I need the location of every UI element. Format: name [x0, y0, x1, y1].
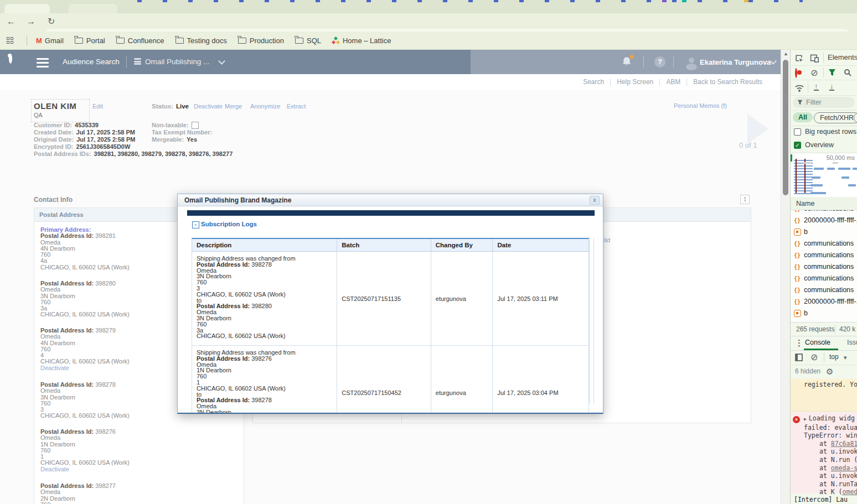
console-error-message[interactable]: Loading widg failed: evaluat TypeError: …: [791, 412, 857, 493]
subnav-back-to-results[interactable]: Back to Search Results: [693, 78, 762, 86]
stack-link[interactable]: omeda: [843, 488, 857, 496]
network-conditions-icon[interactable]: [795, 84, 804, 92]
overview-checkbox[interactable]: [794, 142, 801, 149]
import-har-icon[interactable]: ↑: [814, 83, 819, 91]
drawer-menu-icon[interactable]: [795, 338, 803, 348]
subnav-abm[interactable]: ABM: [666, 78, 680, 86]
stack-frame: at N.run (: [791, 456, 857, 464]
request-row[interactable]: communications: [791, 210, 857, 215]
big-request-rows-label: Big request rows: [805, 128, 856, 136]
waterfall-bar: [810, 192, 826, 194]
clear-console-icon[interactable]: [810, 352, 818, 362]
bookmark-production[interactable]: Production: [238, 37, 284, 45]
page-scrollbar[interactable]: [781, 50, 791, 504]
json-icon: [794, 287, 801, 294]
reload-button[interactable]: ↻: [48, 17, 55, 26]
request-row[interactable]: communications: [791, 250, 857, 261]
request-row[interactable]: communications: [791, 284, 857, 296]
request-row[interactable]: b: [791, 226, 857, 238]
table-scroll-gutter[interactable]: [589, 238, 594, 404]
database-icon: [134, 58, 141, 66]
customer-subtitle: QA: [34, 112, 43, 118]
expand-icon[interactable]: [804, 414, 809, 422]
personal-memos-link[interactable]: Personal Memos (f): [674, 102, 727, 109]
error-icon: [793, 416, 800, 423]
stack-link[interactable]: 87c6a810: [831, 440, 857, 448]
modal-title-bar[interactable]: Omail Publishing Brand Magazine x: [178, 194, 603, 206]
deactivate-link[interactable]: Deactivate: [194, 103, 223, 110]
stack-link[interactable]: omeda-sh: [831, 464, 857, 472]
bookmark-testing-docs[interactable]: Testing docs: [175, 37, 227, 45]
tab-console[interactable]: Console: [805, 339, 830, 346]
nav-title[interactable]: Audience Search: [63, 58, 120, 66]
forward-button[interactable]: →: [27, 17, 35, 26]
big-request-rows-checkbox[interactable]: [794, 128, 801, 136]
tab-elements[interactable]: Elements: [828, 53, 857, 61]
folder-icon: [75, 38, 83, 44]
edit-link[interactable]: Edit: [92, 103, 103, 110]
inspect-icon[interactable]: [794, 54, 803, 63]
stack-frame: at u.invoke: [791, 472, 857, 480]
bookmark-gmail[interactable]: MGmail: [36, 37, 64, 45]
console-settings-icon[interactable]: [826, 367, 833, 377]
request-row[interactable]: 20000000-ffff-ffff-...: [791, 215, 857, 226]
context-selector[interactable]: top: [829, 353, 839, 361]
request-row[interactable]: 20000000-ffff-ffff-...: [791, 296, 857, 308]
partial-valid-link[interactable]: lid: [604, 237, 610, 243]
address-id: 398279: [95, 327, 116, 334]
table-row: Shipping Address was changed from Postal…: [192, 252, 589, 346]
bookmark-confluence[interactable]: Confluence: [116, 37, 164, 45]
contact-count-badge[interactable]: 1: [740, 195, 750, 204]
deactivate-address-link[interactable]: Deactivate: [40, 365, 130, 371]
col-header-changed-by: Changed By: [431, 239, 493, 251]
apps-grid-icon[interactable]: [7, 37, 16, 44]
bookmark-sql[interactable]: SQL: [295, 37, 321, 45]
request-row[interactable]: b: [791, 308, 857, 319]
console-sidebar-icon[interactable]: [795, 354, 803, 361]
back-button[interactable]: ←: [7, 17, 16, 26]
brand-dropdown[interactable]: Omail Publishing ...: [145, 58, 209, 66]
subnav-help-screen[interactable]: Help Screen: [617, 78, 653, 86]
bookmark-label: Gmail: [45, 37, 64, 45]
tab-issues[interactable]: Issues: [847, 339, 857, 346]
pager-count: 0 of 1: [739, 141, 757, 149]
record-network-icon[interactable]: [795, 68, 797, 78]
network-overview-chart[interactable]: 50,000 ms: [791, 153, 857, 198]
name-column-header[interactable]: Name: [791, 197, 857, 210]
console-warning-message[interactable]: registered. You to use it e.g. setup a J…: [791, 379, 857, 412]
filter-icon[interactable]: [828, 69, 836, 76]
screen: ← → ↻ custview.omedastaging.com/custview…: [0, 0, 857, 504]
merge-link[interactable]: Merge: [225, 103, 242, 110]
browser-tab-active[interactable]: [4, 4, 50, 13]
modal-close-button[interactable]: x: [590, 196, 600, 205]
export-har-icon[interactable]: ↓: [829, 83, 834, 91]
device-toolbar-icon[interactable]: [810, 54, 819, 63]
user-name[interactable]: Ekaterina Turgunova: [700, 58, 771, 66]
browser-tab-strip[interactable]: [0, 0, 857, 13]
extract-link[interactable]: Extract: [287, 103, 306, 110]
address-id: 398281: [95, 232, 116, 239]
network-filter-input[interactable]: Filter: [793, 97, 855, 108]
deactivate-address-link[interactable]: Deactivate: [40, 466, 130, 472]
pager-next-arrow[interactable]: [747, 114, 768, 144]
search-icon[interactable]: [844, 69, 851, 76]
pill-all[interactable]: All: [793, 112, 813, 122]
subnav-search[interactable]: Search: [583, 78, 604, 86]
scroll-up-arrow-icon[interactable]: [781, 51, 791, 56]
help-icon[interactable]: [654, 56, 665, 67]
browser-tab[interactable]: [69, 4, 117, 13]
request-row[interactable]: communications: [791, 238, 857, 250]
non-taxable-checkbox[interactable]: [192, 122, 199, 129]
menu-icon[interactable]: [37, 58, 49, 70]
bookmark-home-lattice[interactable]: Home – Lattice: [332, 37, 391, 45]
scrollbar-thumb[interactable]: [783, 60, 788, 195]
clear-network-icon[interactable]: [810, 67, 818, 78]
anonymize-link[interactable]: Anonymize: [250, 103, 280, 110]
request-row[interactable]: communications: [791, 273, 857, 284]
omeda-logo-icon[interactable]: [9, 54, 12, 64]
request-row[interactable]: communications: [791, 261, 857, 273]
bookmark-portal[interactable]: Portal: [75, 37, 105, 45]
field-value: 4535339: [75, 122, 99, 128]
pill-fetch-xhr[interactable]: Fetch/XHR: [814, 112, 857, 123]
collapse-section-icon[interactable]: [192, 221, 199, 228]
